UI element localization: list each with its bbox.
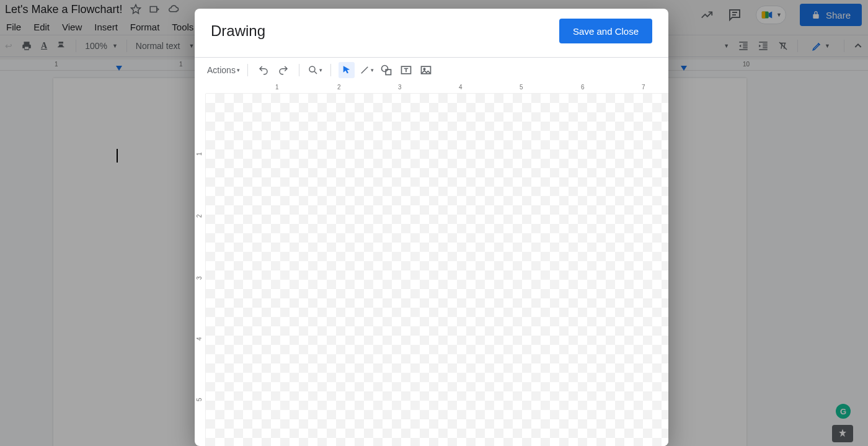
ruler-tick: 3 (398, 84, 402, 91)
ruler-tick: 1 (275, 84, 279, 91)
drawing-dialog: Drawing Save and Close Actions▾ ▾ ▾ (195, 9, 668, 446)
actions-menu[interactable]: Actions▾ (207, 65, 240, 75)
svg-point-13 (381, 66, 388, 72)
ruler-tick: 2 (196, 214, 203, 218)
svg-line-12 (361, 67, 368, 74)
shape-tool-icon[interactable] (378, 62, 394, 78)
ruler-tick: 4 (196, 337, 203, 341)
image-tool-icon[interactable] (418, 62, 434, 78)
drawing-canvas[interactable] (206, 94, 668, 446)
ruler-tick: 6 (581, 84, 585, 91)
drawing-horizontal-ruler[interactable]: 1 2 3 4 5 6 7 (206, 83, 668, 94)
ruler-tick: 4 (459, 84, 463, 91)
ruler-tick: 3 (196, 276, 203, 280)
ruler-tick: 2 (337, 84, 341, 91)
svg-point-10 (309, 66, 315, 72)
undo-icon[interactable] (255, 62, 272, 78)
drawing-vertical-ruler[interactable]: 1 2 3 4 5 (195, 94, 206, 446)
textbox-tool-icon[interactable] (398, 62, 414, 78)
ruler-tick: 7 (642, 84, 645, 91)
svg-point-17 (423, 68, 425, 70)
drawing-toolbar: Actions▾ ▾ ▾ (195, 58, 668, 83)
svg-rect-14 (386, 69, 391, 74)
ruler-tick: 5 (520, 84, 523, 91)
ruler-tick: 5 (196, 398, 203, 401)
line-tool[interactable]: ▾ (358, 62, 374, 78)
svg-line-11 (314, 71, 317, 74)
redo-icon[interactable] (275, 62, 291, 78)
dialog-title: Drawing (211, 22, 265, 40)
zoom-tool[interactable]: ▾ (307, 62, 323, 78)
select-tool-icon[interactable] (339, 62, 355, 78)
save-and-close-button[interactable]: Save and Close (559, 19, 652, 43)
ruler-tick: 1 (196, 152, 203, 156)
